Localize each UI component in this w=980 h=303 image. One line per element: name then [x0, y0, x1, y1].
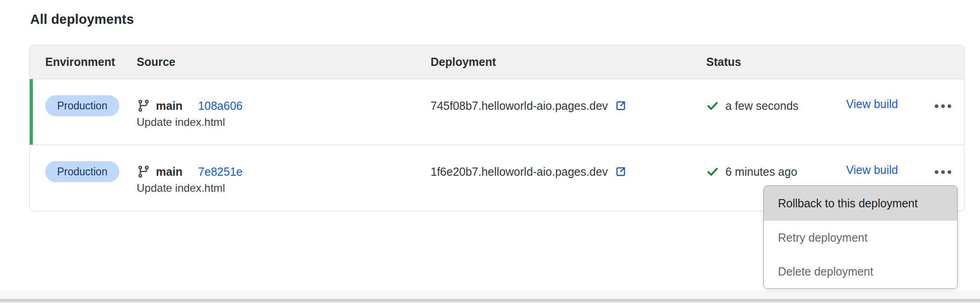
table-row: Production main 108a606 Update index.htm…: [30, 79, 964, 145]
branch-name: main: [156, 99, 182, 113]
menu-item-rollback[interactable]: Rollback to this deployment: [764, 186, 957, 221]
commit-message: Update index.html: [137, 114, 431, 130]
commit-link[interactable]: 108a606: [198, 99, 242, 113]
git-branch-icon: [137, 165, 150, 179]
environment-cell: Production: [30, 79, 137, 145]
git-branch-icon: [137, 99, 150, 113]
deployment-time: 6 minutes ago: [725, 165, 797, 179]
page-title: All deployments: [30, 12, 134, 27]
view-build-link[interactable]: View build: [846, 163, 898, 176]
success-check-icon: [706, 99, 719, 112]
status-cell: a few seconds: [706, 79, 846, 145]
environment-badge: Production: [45, 161, 119, 182]
deployment-time: a few seconds: [725, 99, 799, 113]
menu-item-delete[interactable]: Delete deployment: [764, 254, 957, 288]
table-header-row: Environment Source Deployment Status: [30, 45, 964, 79]
column-header-source: Source: [137, 55, 431, 69]
row-actions-button[interactable]: [935, 170, 951, 174]
commit-link[interactable]: 7e8251e: [198, 165, 242, 179]
deployment-url: 1f6e20b7.helloworld-aio.pages.dev: [431, 165, 608, 179]
current-deployment-indicator: [30, 79, 33, 145]
deployments-page: All deployments Environment Source Deplo…: [0, 0, 980, 303]
environment-badge: Production: [45, 95, 119, 116]
deployment-cell: 1f6e20b7.helloworld-aio.pages.dev: [431, 145, 706, 211]
source-cell: main 7e8251e Update index.html: [137, 145, 431, 211]
column-header-status: Status: [706, 55, 846, 69]
success-check-icon: [706, 165, 719, 178]
commit-message: Update index.html: [137, 180, 431, 196]
actions-cell: [924, 79, 964, 145]
branch-name: main: [156, 165, 182, 179]
source-cell: main 108a606 Update index.html: [137, 79, 431, 145]
view-build-link[interactable]: View build: [846, 97, 898, 110]
external-link-icon[interactable]: [614, 165, 627, 178]
environment-cell: Production: [30, 145, 137, 211]
row-actions-button[interactable]: [935, 104, 951, 108]
column-header-deployment: Deployment: [431, 55, 706, 69]
column-header-environment: Environment: [30, 55, 137, 69]
deployment-cell: 745f08b7.helloworld-aio.pages.dev: [431, 79, 706, 145]
deployment-actions-menu: Rollback to this deployment Retry deploy…: [763, 185, 958, 289]
external-link-icon[interactable]: [614, 99, 627, 112]
deployment-url: 745f08b7.helloworld-aio.pages.dev: [431, 99, 608, 113]
view-build-cell: View build: [846, 79, 924, 145]
menu-item-retry[interactable]: Retry deployment: [764, 221, 957, 254]
section-bottom-band: [0, 291, 980, 299]
